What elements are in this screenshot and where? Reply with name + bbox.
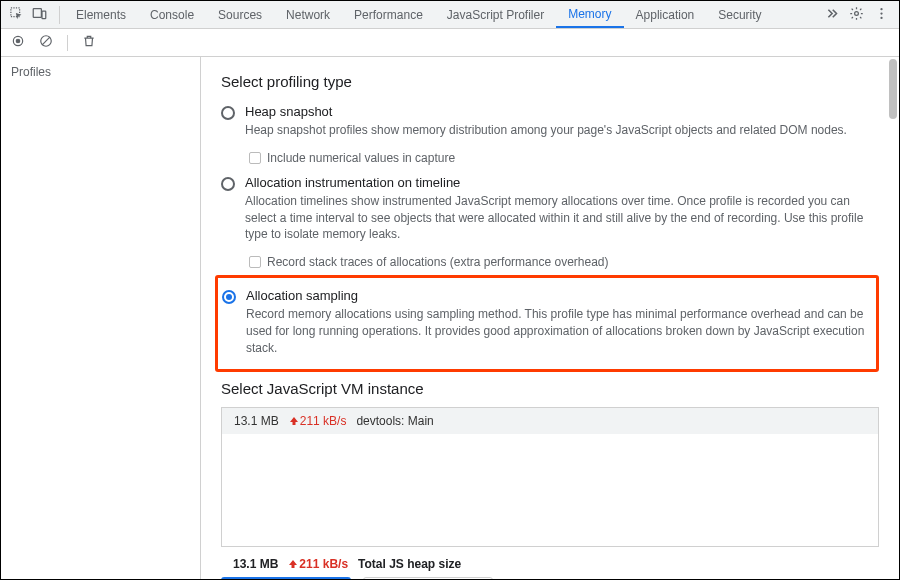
arrow-up-icon	[288, 559, 298, 569]
main-panel: Select profiling type Heap snapshot Heap…	[201, 57, 899, 579]
option-heap-desc: Heap snapshot profiles show memory distr…	[245, 122, 879, 139]
svg-point-5	[880, 12, 882, 14]
sub-record-stack-label: Record stack traces of allocations (extr…	[267, 255, 609, 269]
option-timeline-label: Allocation instrumentation on timeline	[245, 175, 879, 190]
sidebar-profiles-label: Profiles	[11, 65, 190, 79]
svg-rect-2	[42, 11, 46, 19]
svg-point-6	[880, 16, 882, 18]
profiling-type-title: Select profiling type	[221, 73, 879, 90]
option-sampling-desc: Record memory allocations using sampling…	[246, 306, 868, 356]
checkbox-include-numerical[interactable]	[249, 152, 261, 164]
more-tabs-icon[interactable]	[824, 6, 839, 24]
vm-instance-title: Select JavaScript VM instance	[221, 380, 879, 397]
tab-memory[interactable]: Memory	[556, 1, 623, 28]
inspect-icon[interactable]	[9, 6, 24, 24]
footer-label: Total JS heap size	[358, 557, 461, 571]
tab-sources[interactable]: Sources	[206, 1, 274, 28]
checkbox-record-stack[interactable]	[249, 256, 261, 268]
tab-performance[interactable]: Performance	[342, 1, 435, 28]
footer-rate-value: 211 kB/s	[299, 557, 348, 571]
arrow-up-icon	[289, 416, 299, 426]
radio-sampling[interactable]	[222, 290, 236, 304]
svg-rect-1	[33, 8, 41, 17]
radio-heap[interactable]	[221, 106, 235, 120]
clear-icon[interactable]	[39, 34, 53, 51]
svg-point-3	[855, 11, 859, 15]
start-button[interactable]: Start	[221, 577, 351, 579]
record-icon[interactable]	[11, 34, 25, 51]
footer-stats: 13.1 MB 211 kB/s Total JS heap size	[221, 547, 879, 577]
vm-rate: 211 kB/s	[289, 414, 347, 428]
option-heap-snapshot[interactable]: Heap snapshot Heap snapshot profiles sho…	[221, 100, 879, 143]
tab-application[interactable]: Application	[624, 1, 707, 28]
tab-console[interactable]: Console	[138, 1, 206, 28]
sub-include-numerical[interactable]: Include numerical values in capture	[249, 151, 879, 165]
sub-record-stack[interactable]: Record stack traces of allocations (extr…	[249, 255, 879, 269]
load-button[interactable]: Load	[363, 577, 493, 579]
tab-network[interactable]: Network	[274, 1, 342, 28]
footer-rate: 211 kB/s	[288, 557, 348, 571]
tab-elements[interactable]: Elements	[64, 1, 138, 28]
delete-icon[interactable]	[82, 34, 96, 51]
sidebar: Profiles	[1, 57, 201, 579]
vm-instance-list: 13.1 MB 211 kB/s devtools: Main	[221, 407, 879, 547]
option-allocation-timeline[interactable]: Allocation instrumentation on timeline A…	[221, 171, 879, 247]
option-heap-label: Heap snapshot	[245, 104, 879, 119]
vm-name: devtools: Main	[356, 414, 433, 428]
option-sampling-label: Allocation sampling	[246, 288, 868, 303]
divider	[59, 6, 60, 24]
kebab-menu-icon[interactable]	[874, 6, 889, 24]
highlight-allocation-sampling: Allocation sampling Record memory alloca…	[215, 275, 879, 371]
footer-size: 13.1 MB	[233, 557, 278, 571]
svg-line-10	[42, 37, 50, 45]
tab-security[interactable]: Security	[706, 1, 773, 28]
tab-javascript-profiler[interactable]: JavaScript Profiler	[435, 1, 556, 28]
vm-rate-value: 211 kB/s	[300, 414, 347, 428]
svg-point-8	[16, 39, 20, 43]
option-allocation-sampling[interactable]: Allocation sampling Record memory alloca…	[222, 284, 868, 360]
sub-include-numerical-label: Include numerical values in capture	[267, 151, 455, 165]
vm-instance-row[interactable]: 13.1 MB 211 kB/s devtools: Main	[222, 408, 878, 434]
vm-size: 13.1 MB	[234, 414, 279, 428]
scrollbar-thumb[interactable]	[889, 59, 897, 119]
device-toggle-icon[interactable]	[32, 6, 47, 24]
option-timeline-desc: Allocation timelines show instrumented J…	[245, 193, 879, 243]
panel-tabs: Elements Console Sources Network Perform…	[64, 1, 814, 28]
gear-icon[interactable]	[849, 6, 864, 24]
svg-point-4	[880, 8, 882, 10]
radio-timeline[interactable]	[221, 177, 235, 191]
divider	[67, 35, 68, 51]
